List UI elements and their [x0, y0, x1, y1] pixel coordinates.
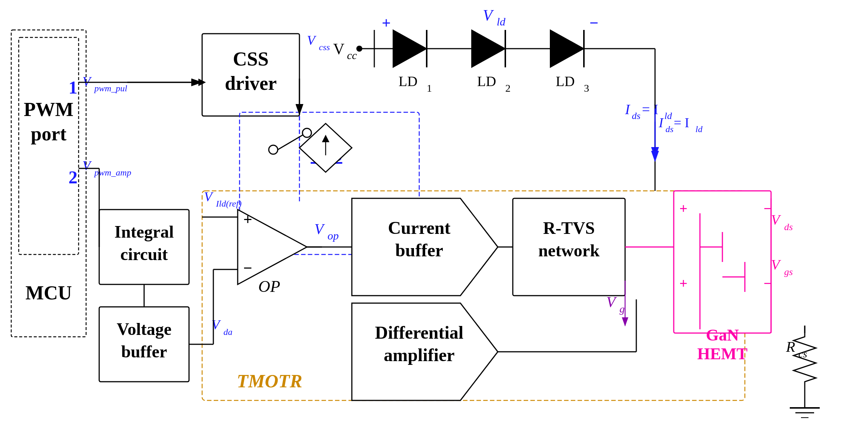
- ld1-diode: [393, 30, 427, 67]
- integral-label1: Integral: [115, 222, 174, 241]
- opamp-plus: +: [243, 211, 252, 228]
- port-label: port: [31, 123, 67, 144]
- ids-label: I: [625, 101, 631, 117]
- gan-label1: GaN: [706, 326, 739, 344]
- opamp-minus: −: [243, 259, 252, 277]
- ids-sub2: ld: [664, 110, 672, 121]
- vild-sub: Ild(ref): [216, 199, 241, 208]
- ld1-sub: 1: [427, 82, 432, 94]
- vild-label: V: [204, 189, 214, 204]
- vda-sub: da: [223, 327, 232, 337]
- voltage-label2: buffer: [121, 342, 167, 361]
- css-driver-label1: CSS: [233, 48, 268, 70]
- vcss-sub: css: [319, 42, 330, 52]
- vpwm-pul-label: V: [82, 74, 92, 89]
- hemt-minus1: −: [764, 201, 772, 216]
- ids-sub1: ds: [632, 110, 640, 121]
- vop-label: V: [314, 220, 325, 237]
- ids-sub-ld: ld: [695, 124, 703, 134]
- css-driver-label2: driver: [225, 73, 277, 94]
- rtvs-label1: R-TVS: [543, 219, 595, 238]
- vld-sub: ld: [497, 15, 506, 28]
- mcu-label: MCU: [25, 282, 72, 303]
- vld-label: V: [483, 7, 494, 24]
- hemt-minus2: −: [764, 275, 772, 291]
- vds-sub: ds: [784, 222, 793, 232]
- ld1-label: LD: [399, 73, 418, 89]
- ld2-diode: [472, 30, 505, 67]
- ids-text-label: I: [658, 115, 664, 130]
- ids-eq: = I: [642, 101, 658, 117]
- ld2-label: LD: [477, 73, 496, 89]
- ld2-sub: 2: [505, 82, 511, 94]
- ld3-sub: 3: [584, 82, 589, 94]
- circuit-diagram: PWM port 1 2 MCU CSS driver Integral cir…: [0, 0, 868, 421]
- switch-contact: [269, 145, 278, 154]
- ids-sub-ds: ds: [666, 124, 673, 134]
- vcc-sub: cc: [347, 49, 357, 61]
- rtvs-label2: network: [538, 241, 600, 260]
- diff-label2: amplifier: [384, 345, 454, 365]
- current-label2: buffer: [395, 240, 443, 260]
- tmotr-label: TMOTR: [237, 370, 302, 391]
- plus-ld1: +: [382, 14, 391, 31]
- voltage-label1: Voltage: [117, 320, 172, 339]
- rcs-resistor: [794, 326, 816, 397]
- current-label1: Current: [388, 218, 450, 238]
- vpwm-pul-sub: pwm_pul: [94, 83, 127, 93]
- pin1-label: 1: [68, 77, 77, 97]
- op-label: OP: [258, 277, 280, 296]
- gan-label2: HEMT: [697, 345, 747, 363]
- switch-contact2: [302, 128, 311, 137]
- ld3-diode: [550, 30, 584, 67]
- hemt-plus: +: [679, 201, 688, 216]
- vg-sub: g: [619, 303, 625, 315]
- pin2-label: 2: [68, 167, 77, 187]
- ids-equals: = I: [674, 115, 689, 130]
- vcss-label: V: [307, 33, 317, 48]
- ld3-label: LD: [556, 73, 575, 89]
- hemt-plus2: +: [679, 275, 688, 291]
- vpwm-amp-label: V: [82, 158, 92, 173]
- pwm-label: PWM: [24, 99, 74, 120]
- diff-label1: Differential: [375, 323, 463, 342]
- vds-label: V: [771, 212, 781, 228]
- vgs-sub: gs: [784, 266, 793, 277]
- vcc-label: V: [333, 40, 344, 58]
- vgs-label: V: [771, 257, 781, 272]
- vop-sub: op: [328, 229, 339, 242]
- integral-label2: circuit: [121, 245, 168, 264]
- pwm-port-box: [19, 37, 79, 254]
- minus-ld3: −: [590, 14, 599, 31]
